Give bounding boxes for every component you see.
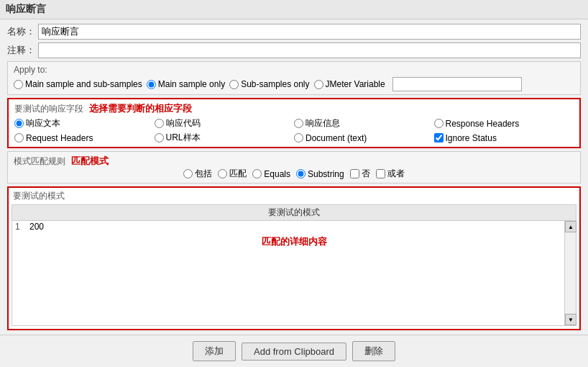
field-section-label: 要测试的响应字段 <box>14 103 83 115</box>
name-input[interactable] <box>38 24 581 40</box>
field-response-code-radio[interactable] <box>155 119 164 128</box>
field-to-test-section: 要测试的响应字段 选择需要判断的相应字段 响应文本 响应代码 响应信息 <box>7 98 581 148</box>
test-patterns-section: 要测试的模式 要测试的模式 1 200 匹配的详细内容 ▲ ▼ <box>7 186 581 330</box>
match-or-checkbox[interactable] <box>376 169 385 178</box>
match-contains-label[interactable]: 包括 <box>183 168 212 180</box>
apply-jmeter-input[interactable] <box>392 77 522 91</box>
apply-main-only-label[interactable]: Main sample only <box>147 79 225 89</box>
add-button[interactable]: 添加 <box>193 341 236 361</box>
apply-to-radio-row: Main sample and sub-samples Main sample … <box>14 77 574 91</box>
field-response-info-label[interactable]: 响应信息 <box>294 117 434 130</box>
footer-area: 添加 Add from Clipboard 删除 <box>0 335 588 367</box>
field-ignore-status-label[interactable]: Ignore Status <box>434 132 574 144</box>
apply-main-sub-radio[interactable] <box>14 80 23 89</box>
apply-to-label: Apply to: <box>14 65 574 75</box>
apply-jmeter-label[interactable]: JMeter Variable <box>314 79 385 89</box>
field-response-text-label[interactable]: 响应文本 <box>14 117 155 130</box>
field-request-headers-label[interactable]: Request Headers <box>14 132 155 144</box>
apply-sub-only-radio[interactable] <box>229 80 239 89</box>
apply-to-section: Apply to: Main sample and sub-samples Ma… <box>7 61 581 95</box>
field-url-label[interactable]: URL样本 <box>155 132 295 144</box>
test-patterns-table: 要测试的模式 1 200 匹配的详细内容 ▲ ▼ <box>12 204 576 326</box>
field-document-radio[interactable] <box>294 133 303 142</box>
panel-body: 名称： 注释： Apply to: Main sample and sub-sa… <box>0 19 588 335</box>
field-response-headers-label[interactable]: Response Headers <box>434 117 574 130</box>
name-row: 名称： <box>7 24 581 40</box>
scrollbar-up-button[interactable]: ▲ <box>565 221 576 232</box>
row-num: 1 <box>15 222 29 232</box>
apply-sub-only-label[interactable]: Sub-samples only <box>229 79 309 89</box>
pattern-section-hint: 匹配模式 <box>71 155 109 168</box>
apply-main-sub-label[interactable]: Main sample and sub-samples <box>14 79 142 89</box>
comment-label: 注释： <box>7 44 35 57</box>
pattern-section-label: 模式匹配规则 <box>14 155 65 168</box>
add-clipboard-button[interactable]: Add from Clipboard <box>242 343 346 361</box>
table-hint: 匹配的详细内容 <box>12 232 576 251</box>
scrollbar-track <box>565 232 576 314</box>
match-matches-label[interactable]: 匹配 <box>218 168 247 180</box>
field-document-label[interactable]: Document (text) <box>294 132 434 144</box>
pattern-match-section: 模式匹配规则 匹配模式 包括 匹配 Equals Substr <box>7 151 581 184</box>
field-response-code-label[interactable]: 响应代码 <box>155 117 295 130</box>
field-ignore-status-checkbox[interactable] <box>434 133 444 142</box>
field-section-hint: 选择需要判断的相应字段 <box>89 102 192 115</box>
field-request-headers-radio[interactable] <box>14 133 24 142</box>
match-equals-radio[interactable] <box>252 169 262 178</box>
panel-title: 响应断言 <box>0 0 588 19</box>
name-label: 名称： <box>7 25 35 38</box>
main-panel: 响应断言 名称： 注释： Apply to: Main sample and s… <box>0 0 588 367</box>
table-body: 1 200 匹配的详细内容 ▲ ▼ <box>12 221 576 325</box>
field-response-info-radio[interactable] <box>294 119 303 128</box>
comment-input[interactable] <box>38 42 581 58</box>
match-not-checkbox[interactable] <box>350 169 359 178</box>
apply-jmeter-radio[interactable] <box>314 80 323 89</box>
match-equals-label[interactable]: Equals <box>252 169 290 179</box>
delete-button[interactable]: 删除 <box>352 341 395 361</box>
scrollbar-down-button[interactable]: ▼ <box>565 314 576 325</box>
table-row: 1 200 <box>12 221 576 232</box>
test-patterns-header: 要测试的模式 <box>9 188 579 204</box>
apply-main-only-radio[interactable] <box>147 80 156 89</box>
match-substring-label[interactable]: Substring <box>296 169 344 179</box>
match-or-label[interactable]: 或者 <box>376 168 405 180</box>
field-response-headers-radio[interactable] <box>434 119 444 128</box>
field-response-text-radio[interactable] <box>14 119 24 128</box>
table-header: 要测试的模式 <box>12 205 576 221</box>
match-substring-radio[interactable] <box>296 169 306 178</box>
comment-row: 注释： <box>7 42 581 58</box>
match-row: 包括 匹配 Equals Substring 否 <box>14 168 574 180</box>
match-matches-radio[interactable] <box>218 169 227 178</box>
field-url-radio[interactable] <box>155 133 164 142</box>
scrollbar: ▲ ▼ <box>564 221 576 325</box>
row-value: 200 <box>29 222 573 232</box>
match-not-label[interactable]: 否 <box>350 168 370 180</box>
match-contains-radio[interactable] <box>183 169 193 178</box>
field-radio-grid: 响应文本 响应代码 响应信息 Response Headers Request … <box>14 117 574 144</box>
